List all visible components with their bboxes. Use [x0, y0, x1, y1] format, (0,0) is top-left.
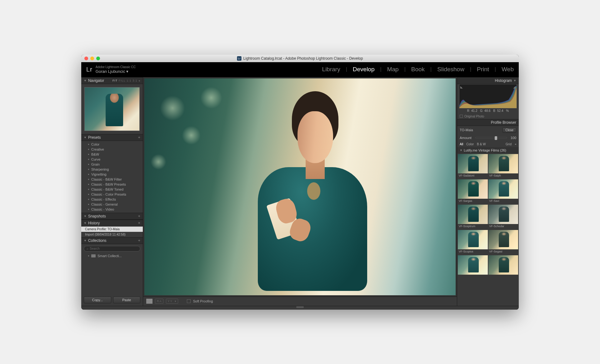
- collection-item[interactable]: Smart Collecti...: [81, 253, 143, 258]
- collections-title: Collections: [88, 238, 107, 243]
- navigator-thumbnail[interactable]: [84, 87, 140, 131]
- original-photo-row[interactable]: Original Photo: [457, 114, 519, 119]
- presets-list: Color Creative B&W Curve Grain Sharpenin…: [81, 141, 143, 213]
- amount-value[interactable]: 100: [511, 136, 516, 140]
- preset-group[interactable]: Grain: [81, 162, 143, 167]
- preset-group[interactable]: Color: [81, 142, 143, 147]
- preset-group[interactable]: Classic - General: [81, 202, 143, 207]
- presets-header[interactable]: ▼ Presets +: [81, 134, 143, 141]
- profile-label: VF-Sargas: [458, 199, 488, 204]
- profile-thumb[interactable]: VF-Saiph: [488, 154, 518, 179]
- amount-row: Amount 100: [457, 134, 519, 141]
- drag-handle-icon: [296, 306, 304, 308]
- histogram-chart[interactable]: ◣ ◢: [459, 84, 517, 108]
- paste-button[interactable]: Paste: [113, 297, 141, 303]
- profile-thumb[interactable]: VF-Sargas: [458, 179, 488, 204]
- preset-group[interactable]: Classic - B&W Filter: [81, 177, 143, 182]
- lr-logo: Lr: [86, 66, 92, 73]
- copy-button[interactable]: Copy...: [84, 297, 111, 303]
- zoom-fit[interactable]: FIT: [112, 79, 118, 82]
- view-grid[interactable]: Grid: [506, 142, 512, 146]
- before-after-ra[interactable]: R A: [155, 299, 163, 304]
- profile-thumb[interactable]: [458, 255, 488, 275]
- module-picker: Library| Develop| Map| Book| Slideshow| …: [322, 66, 514, 73]
- amount-label: Amount: [460, 136, 472, 140]
- preset-group[interactable]: Classic - Video: [81, 207, 143, 212]
- snapshots-title: Snapshots: [88, 214, 106, 218]
- left-bottom-buttons: Copy... Paste: [81, 294, 143, 306]
- profile-thumb[interactable]: VF-Schedar: [488, 205, 518, 229]
- profile-thumb[interactable]: VF-Scopius: [458, 230, 488, 255]
- profile-thumb[interactable]: VF-Sadatoni: [458, 154, 488, 179]
- preset-group[interactable]: Classic - Color Presets: [81, 192, 143, 197]
- highlight-clip-icon[interactable]: ◢: [513, 85, 516, 89]
- profile-thumb[interactable]: VF-Segasi: [488, 230, 518, 255]
- filter-bw[interactable]: B & W: [477, 142, 486, 146]
- history-header[interactable]: ▼ History ×: [81, 220, 143, 227]
- image-canvas[interactable]: [144, 78, 456, 295]
- titlebar[interactable]: Lr Lightroom Catalog.lrcat - Adobe Photo…: [81, 55, 519, 62]
- filter-all[interactable]: All: [460, 142, 463, 146]
- add-collection-button[interactable]: +: [138, 238, 140, 243]
- clear-history-button[interactable]: ×: [138, 221, 140, 225]
- window-title: Lr Lightroom Catalog.lrcat - Adobe Photo…: [237, 56, 363, 61]
- module-book[interactable]: Book: [411, 66, 425, 73]
- filter-color[interactable]: Color: [466, 142, 474, 146]
- profile-label: VF-Schedar: [488, 224, 518, 229]
- module-map[interactable]: Map: [387, 66, 399, 73]
- profile-browser-header[interactable]: Profile Browser: [457, 119, 519, 126]
- profile-thumb[interactable]: VF-Sceptrum: [458, 205, 488, 229]
- history-step[interactable]: Camera Profile: TO-Maia: [81, 227, 143, 232]
- profile-group-header[interactable]: ▼ Lutify.me Vintage Films (26): [457, 147, 519, 153]
- before-after-yy[interactable]: Y Y▾: [166, 299, 178, 304]
- collections-header[interactable]: ▼ Collections +: [81, 237, 143, 244]
- disclosure-triangle-icon: ▼: [460, 149, 462, 152]
- profile-thumb[interactable]: [488, 255, 518, 275]
- preset-group[interactable]: Vignetting: [81, 172, 143, 177]
- collections-search[interactable]: ⌕ Search: [84, 246, 140, 252]
- soft-proofing-checkbox[interactable]: [187, 299, 191, 303]
- history-step[interactable]: Import (08/04/2018 11:42:58): [81, 232, 143, 237]
- profile-thumb[interactable]: VF-Savi: [488, 179, 518, 204]
- preset-group[interactable]: Classic - Effects: [81, 197, 143, 202]
- filmstrip-handle[interactable]: [81, 306, 519, 310]
- histogram-header[interactable]: Histogram ▼: [457, 77, 519, 84]
- module-library[interactable]: Library: [322, 66, 340, 73]
- profile-label: VF-Saiph: [488, 173, 518, 179]
- window-title-text: Lightroom Catalog.lrcat - Adobe Photosho…: [243, 56, 363, 61]
- preset-group[interactable]: B&W: [81, 152, 143, 157]
- shadow-clip-icon[interactable]: ◣: [460, 85, 463, 89]
- module-slideshow[interactable]: Slideshow: [437, 66, 464, 73]
- preset-group[interactable]: Creative: [81, 147, 143, 152]
- original-photo-checkbox[interactable]: [460, 115, 463, 118]
- close-browser-button[interactable]: Close: [502, 127, 516, 133]
- preset-group[interactable]: Classic - B&W Presets: [81, 182, 143, 187]
- disclosure-triangle-icon: ▼: [84, 136, 87, 139]
- preset-group[interactable]: Curve: [81, 157, 143, 162]
- add-snapshot-button[interactable]: +: [138, 214, 140, 218]
- module-develop[interactable]: Develop: [353, 66, 375, 73]
- navigator-header[interactable]: ▼ Navigator FIT FILL 1:1 3:1 ◂: [81, 77, 143, 84]
- zoom-fill[interactable]: FILL: [119, 79, 126, 82]
- preset-group[interactable]: Classic - B&W Toned: [81, 187, 143, 192]
- module-web[interactable]: Web: [502, 66, 514, 73]
- disclosure-triangle-icon: ▼: [84, 222, 87, 225]
- navigator-title: Navigator: [88, 78, 104, 83]
- dropdown-icon[interactable]: ◂: [515, 142, 516, 146]
- snapshots-header[interactable]: ▼ Snapshots +: [81, 213, 143, 220]
- zoom-3-1[interactable]: 3:1: [132, 79, 138, 82]
- close-window-button[interactable]: [84, 57, 88, 60]
- profile-label: VF-Savi: [488, 199, 518, 204]
- identity-plate[interactable]: Goran Ljubuncic ▾: [96, 69, 136, 74]
- module-print[interactable]: Print: [477, 66, 489, 73]
- minimize-window-button[interactable]: [90, 57, 94, 60]
- amount-slider[interactable]: [475, 137, 507, 138]
- profiles-scroll[interactable]: ▼ Lutify.me Vintage Films (26) VF-Sadato…: [457, 147, 519, 306]
- preset-group[interactable]: Sharpening: [81, 167, 143, 172]
- window-controls: [84, 57, 100, 60]
- zoom-1-1[interactable]: 1:1: [127, 79, 132, 82]
- photo-preview: [144, 78, 456, 295]
- add-preset-button[interactable]: +: [138, 135, 140, 140]
- loupe-view-button[interactable]: [146, 299, 152, 304]
- maximize-window-button[interactable]: [96, 57, 100, 60]
